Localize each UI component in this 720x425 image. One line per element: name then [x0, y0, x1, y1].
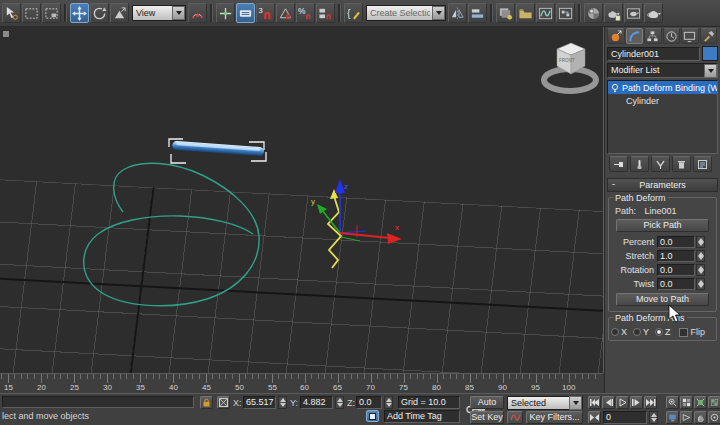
move-to-path-button[interactable]: Move to Path: [616, 293, 709, 306]
chevron-down-icon[interactable]: [172, 6, 185, 20]
make-unique-icon[interactable]: [651, 156, 670, 172]
rollout-collapse-icon[interactable]: -: [612, 179, 615, 189]
rotation-field[interactable]: 0.0: [657, 264, 695, 276]
rectangular-selection-region-icon[interactable]: [22, 3, 41, 23]
previous-frame-button[interactable]: [602, 396, 615, 409]
zoom-all-icon[interactable]: [680, 396, 693, 409]
schematic-view-icon[interactable]: [556, 3, 575, 23]
set-key-button[interactable]: Set Key: [470, 411, 504, 424]
axis-y-radio[interactable]: [633, 328, 641, 336]
tab-modify[interactable]: [626, 28, 644, 44]
edit-named-selection-sets-icon[interactable]: {: [344, 3, 363, 23]
tab-utilities[interactable]: [700, 28, 718, 44]
select-and-manipulate-icon[interactable]: [216, 3, 235, 23]
angle-snap-toggle-icon[interactable]: [276, 3, 295, 23]
key-filters-button[interactable]: Key Filters...: [526, 411, 583, 424]
track-bar-field[interactable]: [2, 396, 194, 408]
render-production-icon[interactable]: [644, 3, 663, 23]
percent-field[interactable]: 0.0: [657, 236, 695, 248]
tab-motion[interactable]: [663, 28, 681, 44]
stack-item-path-deform[interactable]: Path Deform Binding (WS: [608, 81, 717, 94]
curve-editor-icon[interactable]: [536, 3, 555, 23]
pan-hand-icon[interactable]: [694, 411, 707, 424]
axis-x-radio[interactable]: [611, 328, 619, 336]
modifier-stack[interactable]: Path Deform Binding (WS Cylinder: [607, 80, 718, 154]
chevron-down-icon[interactable]: [704, 64, 717, 78]
spinner-down-icon[interactable]: [698, 270, 704, 274]
x-coord-spinner[interactable]: [278, 396, 287, 409]
graphite-modeling-toggle-icon[interactable]: [516, 3, 535, 23]
align-icon[interactable]: [468, 3, 487, 23]
mirror-icon[interactable]: [448, 3, 467, 23]
zoom-icon[interactable]: [666, 396, 679, 409]
key-mode-toggle-button[interactable]: [588, 411, 601, 424]
named-selection-sets-dropdown[interactable]: Create Selection Se: [366, 5, 446, 21]
percent-spinner[interactable]: [696, 236, 705, 248]
window-crossing-toggle-icon[interactable]: [42, 3, 61, 23]
zoom-extents-all-icon[interactable]: [708, 396, 720, 409]
rendered-frame-window-icon[interactable]: [624, 3, 643, 23]
frame-spinner[interactable]: [649, 411, 658, 424]
x-coord-field[interactable]: 65.517: [243, 396, 276, 409]
set-key-filters-curve-icon[interactable]: [507, 411, 523, 424]
axis-z-radio[interactable]: [655, 328, 663, 336]
selection-lock-icon[interactable]: [200, 396, 213, 409]
parameters-rollout-header[interactable]: - Parameters: [607, 178, 718, 192]
orbit-icon[interactable]: [708, 411, 720, 424]
next-frame-button[interactable]: [630, 396, 643, 409]
y-coord-spinner[interactable]: [335, 396, 344, 409]
y-coord-field[interactable]: 4.882: [300, 396, 333, 409]
select-and-link-icon[interactable]: [2, 3, 21, 23]
absolute-mode-toggle-icon[interactable]: [366, 410, 379, 422]
key-mode-dropdown[interactable]: Selected: [507, 396, 583, 410]
material-editor-icon[interactable]: [584, 3, 603, 23]
select-and-move-icon[interactable]: [70, 3, 89, 23]
pick-path-button[interactable]: Pick Path: [616, 219, 709, 232]
flip-checkbox[interactable]: [679, 328, 688, 337]
reference-coordinate-system-dropdown[interactable]: View: [132, 5, 186, 21]
object-name-field[interactable]: Cylinder001: [607, 47, 700, 61]
tab-display[interactable]: [681, 28, 699, 44]
render-setup-icon[interactable]: [604, 3, 623, 23]
snaps-toggle-3d-icon[interactable]: 3: [256, 3, 275, 23]
spinner-down-icon[interactable]: [698, 256, 704, 260]
chevron-down-icon[interactable]: [432, 6, 445, 20]
transform-gizmo[interactable]: z y x: [311, 179, 402, 268]
time-configuration-icon[interactable]: [666, 411, 679, 424]
viewcube[interactable]: FRONT: [544, 43, 596, 91]
z-coord-spinner[interactable]: [384, 396, 393, 409]
field-of-view-icon[interactable]: [680, 411, 693, 424]
show-end-result-icon[interactable]: [630, 156, 649, 172]
select-and-uniform-scale-icon[interactable]: [110, 3, 129, 23]
use-pivot-point-center-icon[interactable]: [188, 3, 207, 23]
chevron-down-icon[interactable]: [569, 396, 582, 410]
object-color-swatch[interactable]: [702, 46, 718, 61]
modifier-list-dropdown[interactable]: Modifier List: [607, 63, 718, 78]
z-coord-field[interactable]: 0.0: [356, 396, 382, 409]
percent-snap-toggle-icon[interactable]: %: [296, 3, 315, 23]
remove-modifier-icon[interactable]: [672, 156, 691, 172]
spinner-down-icon[interactable]: [698, 284, 704, 288]
stretch-spinner[interactable]: [696, 250, 705, 262]
stack-item-cylinder[interactable]: Cylinder: [608, 94, 717, 107]
twist-spinner[interactable]: [696, 278, 705, 290]
lightbulb-icon[interactable]: [610, 83, 620, 93]
transform-typein-toggle-icon[interactable]: [217, 396, 230, 409]
tab-create[interactable]: [607, 28, 625, 44]
tab-hierarchy[interactable]: [644, 28, 662, 44]
pin-stack-icon[interactable]: [609, 156, 628, 172]
go-to-end-button[interactable]: [644, 396, 657, 409]
zoom-extents-icon[interactable]: [694, 396, 707, 409]
cylinder-object[interactable]: [172, 141, 264, 156]
keyboard-shortcut-override-icon[interactable]: [236, 3, 255, 23]
path-spline-line001[interactable]: [84, 163, 259, 306]
spinner-snap-toggle-icon[interactable]: [316, 3, 335, 23]
twist-field[interactable]: 0.0: [657, 278, 695, 290]
play-button[interactable]: [616, 396, 629, 409]
perspective-viewport[interactable]: z y x FRONT: [0, 27, 604, 373]
layer-manager-icon[interactable]: [496, 3, 515, 23]
add-time-tag[interactable]: Add Time Tag: [384, 410, 460, 423]
current-frame-field[interactable]: 0: [603, 411, 647, 424]
configure-modifier-sets-icon[interactable]: [693, 156, 712, 172]
rotation-spinner[interactable]: [696, 264, 705, 276]
